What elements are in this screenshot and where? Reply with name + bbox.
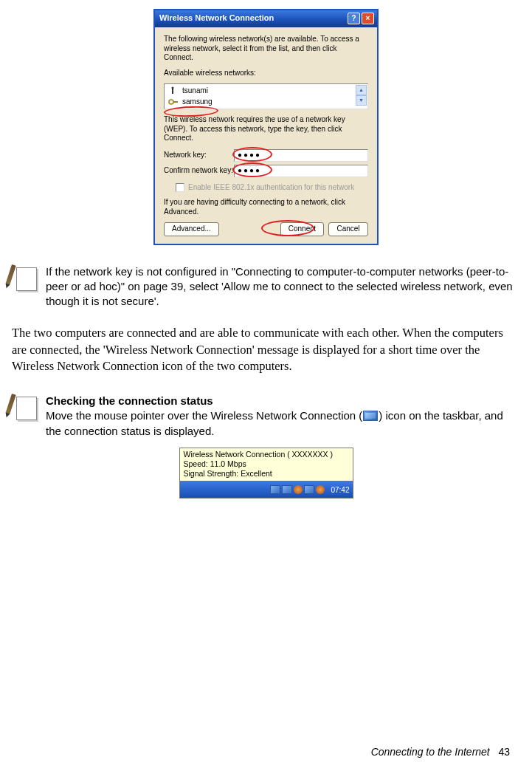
tray-icon[interactable]: [294, 485, 303, 494]
signal-icon: [168, 86, 179, 95]
tray-icon[interactable]: [316, 485, 325, 494]
tooltip-line: Wireless Network Connection ( XXXXXXX ): [184, 450, 349, 459]
close-button[interactable]: ×: [362, 13, 374, 24]
note-body-before: Move the mouse pointer over the Wireless…: [46, 409, 362, 422]
confirm-key-input[interactable]: ●●●●: [234, 165, 368, 177]
tooltip-line: Speed: 11.0 Mbps: [184, 459, 349, 469]
dialog-button-row: Advanced... Connect Cancel: [164, 222, 368, 236]
network-item[interactable]: tsunami: [166, 86, 354, 97]
ieee-checkbox-row: Enable IEEE 802.1x authentication for th…: [176, 183, 368, 193]
scroll-down-icon[interactable]: ▼: [356, 95, 367, 106]
dialog-title: Wireless Network Connection: [159, 13, 346, 24]
tooltip-line: Signal Strength: Excellent: [184, 469, 349, 479]
dialog-titlebar: Wireless Network Connection ? ×: [155, 10, 377, 27]
intro-text: The following wireless network(s) are av…: [164, 35, 368, 63]
note-block: Checking the connection status Move the …: [12, 394, 517, 439]
taskbar-clock: 07:42: [328, 486, 349, 494]
connect-button[interactable]: Connect: [280, 222, 324, 236]
body-paragraph: The two computers are connected and are …: [12, 325, 520, 374]
ieee-checkbox[interactable]: [176, 183, 184, 192]
wireless-connection-dialog: Wireless Network Connection ? × The foll…: [153, 9, 379, 245]
note-block: If the network key is not configured in …: [12, 264, 517, 309]
volume-icon[interactable]: [304, 485, 314, 494]
note-text: Checking the connection status Move the …: [46, 394, 517, 439]
network-item[interactable]: samsung: [166, 97, 354, 108]
note-icon: [12, 394, 37, 420]
available-networks-label: Available wireless networks:: [164, 69, 368, 78]
monitor-icon[interactable]: [270, 485, 280, 494]
help-button[interactable]: ?: [348, 13, 360, 24]
network-key-input[interactable]: ●●●●: [234, 149, 368, 162]
svg-rect-3: [173, 101, 178, 103]
tooltip-bubble: Wireless Network Connection ( XXXXXXX ) …: [180, 448, 353, 482]
network-label: tsunami: [182, 86, 208, 96]
svg-point-1: [172, 87, 174, 89]
difficulty-text: If you are having difficulty connecting …: [164, 198, 368, 216]
advanced-button[interactable]: Advanced...: [164, 222, 219, 236]
dialog-body: The following wireless network(s) are av…: [155, 27, 377, 244]
networks-listbox[interactable]: tsunami samsung ▲ ▼: [164, 83, 368, 109]
note-text: If the network key is not configured in …: [46, 264, 517, 309]
wep-text: This wireless network requires the use o…: [164, 115, 368, 143]
ieee-checkbox-label: Enable IEEE 802.1x authentication for th…: [188, 183, 354, 193]
note-title: Checking the connection status: [46, 394, 213, 407]
taskbar: 07:42: [180, 482, 353, 498]
scroll-up-icon[interactable]: ▲: [356, 85, 367, 95]
note-icon: [12, 264, 37, 291]
system-tray: [270, 485, 325, 494]
connection-status-tooltip: Wireless Network Connection ( XXXXXXX ) …: [179, 448, 353, 498]
network-key-row: Network key: ●●●●: [164, 149, 368, 162]
network-key-label: Network key:: [164, 151, 234, 160]
network-label: samsung: [182, 97, 213, 107]
confirm-key-row: Confirm network key: ●●●●: [164, 165, 368, 177]
confirm-key-label: Confirm network key:: [164, 166, 234, 176]
wireless-connection-icon: [363, 411, 378, 421]
network-icon[interactable]: [282, 485, 292, 494]
cancel-button[interactable]: Cancel: [328, 222, 368, 236]
scrollbar[interactable]: ▲ ▼: [356, 85, 367, 106]
key-icon: [168, 97, 179, 106]
